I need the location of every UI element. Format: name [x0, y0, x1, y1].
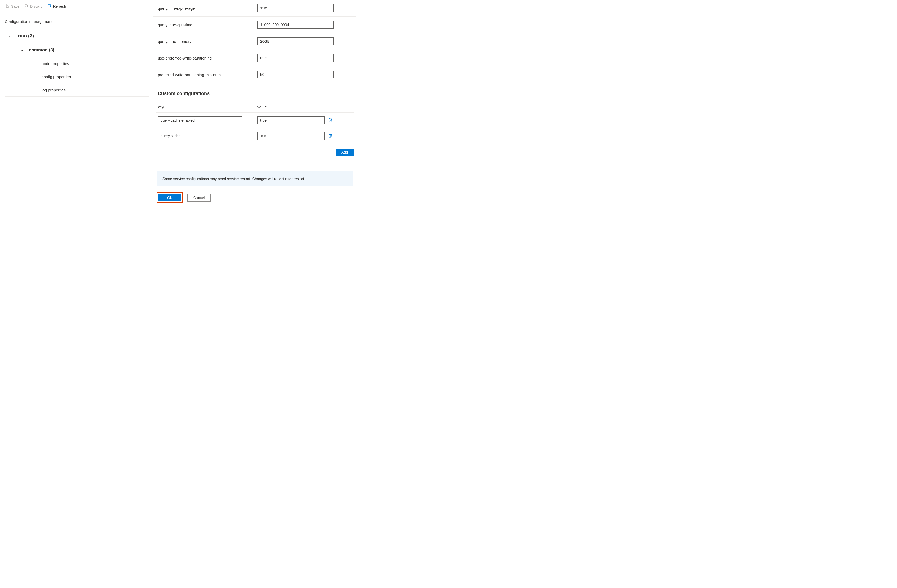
config-label: use-preferred-write-partitioning — [158, 56, 257, 60]
tree-node-label: trino (3) — [16, 33, 34, 39]
left-pane: Save Discard Refresh Configuration manag… — [0, 0, 153, 208]
discard-icon — [24, 4, 28, 9]
footer-actions: Ok Cancel — [153, 186, 356, 208]
add-row: Add — [153, 144, 356, 161]
tree-leaf-label: config.properties — [41, 75, 71, 79]
trash-icon — [328, 135, 333, 139]
svg-rect-2 — [6, 6, 8, 8]
refresh-icon — [47, 4, 51, 9]
config-value-input[interactable] — [257, 21, 334, 29]
custom-key-input[interactable] — [158, 116, 242, 124]
config-list: query.min-expire-age query.max-cpu-time … — [153, 0, 356, 83]
tree-leaf-config-properties[interactable]: config.properties — [5, 70, 149, 83]
key-column-header: key — [158, 105, 257, 109]
delete-row-button[interactable] — [328, 133, 333, 139]
custom-key-input[interactable] — [158, 132, 242, 140]
tree-leaf-label: node.properties — [41, 61, 69, 66]
refresh-button[interactable]: Refresh — [46, 3, 67, 10]
config-value-input[interactable] — [257, 54, 334, 62]
config-row: query.max-memory — [153, 33, 356, 50]
config-label: query.max-cpu-time — [158, 23, 257, 27]
custom-config-row — [156, 128, 354, 144]
discard-button[interactable]: Discard — [23, 3, 44, 10]
toolbar: Save Discard Refresh — [0, 0, 149, 14]
ok-highlight: Ok — [157, 193, 182, 203]
custom-value-input[interactable] — [257, 116, 325, 124]
tree-leaf-node-properties[interactable]: node.properties — [5, 57, 149, 70]
config-row: preferred-write-partitioning-min-num... — [153, 66, 356, 83]
tree-leaf-log-properties[interactable]: log.properties — [5, 83, 149, 96]
config-row: use-preferred-write-partitioning — [153, 50, 356, 66]
save-button[interactable]: Save — [4, 3, 21, 10]
chevron-down-icon — [8, 34, 12, 38]
section-title: Configuration management — [0, 18, 153, 29]
config-value-input[interactable] — [257, 37, 334, 45]
ok-button[interactable]: Ok — [158, 194, 181, 201]
config-label: preferred-write-partitioning-min-num... — [158, 72, 257, 77]
tree-node-label: common (3) — [29, 47, 54, 53]
add-button[interactable]: Add — [335, 149, 354, 156]
custom-config-title: Custom configurations — [156, 91, 354, 102]
cancel-button[interactable]: Cancel — [187, 194, 211, 202]
info-banner: Some service configurations may need ser… — [157, 172, 353, 186]
tree: trino (3) common (3) node.properties con… — [0, 29, 153, 96]
refresh-label: Refresh — [53, 4, 66, 8]
tree-node-trino[interactable]: trino (3) — [5, 29, 149, 43]
custom-value-input[interactable] — [257, 132, 325, 140]
save-label: Save — [11, 4, 20, 8]
tree-node-common[interactable]: common (3) — [5, 43, 149, 57]
right-pane: query.min-expire-age query.max-cpu-time … — [153, 0, 356, 208]
svg-rect-1 — [6, 4, 8, 5]
chevron-down-icon — [20, 48, 24, 52]
discard-label: Discard — [30, 4, 43, 8]
config-row: query.max-cpu-time — [153, 17, 356, 33]
custom-config-header: key value — [156, 102, 354, 113]
save-icon — [5, 4, 9, 9]
config-row: query.min-expire-age — [153, 0, 356, 17]
tree-leaf-label: log.properties — [41, 88, 66, 92]
custom-config-section: Custom configurations key value — [153, 83, 356, 144]
config-label: query.max-memory — [158, 39, 257, 44]
custom-config-row — [156, 113, 354, 128]
config-value-input[interactable] — [257, 70, 334, 78]
trash-icon — [328, 119, 333, 123]
config-value-input[interactable] — [257, 4, 334, 12]
value-column-header: value — [257, 105, 352, 109]
config-label: query.min-expire-age — [158, 6, 257, 11]
delete-row-button[interactable] — [328, 117, 333, 124]
